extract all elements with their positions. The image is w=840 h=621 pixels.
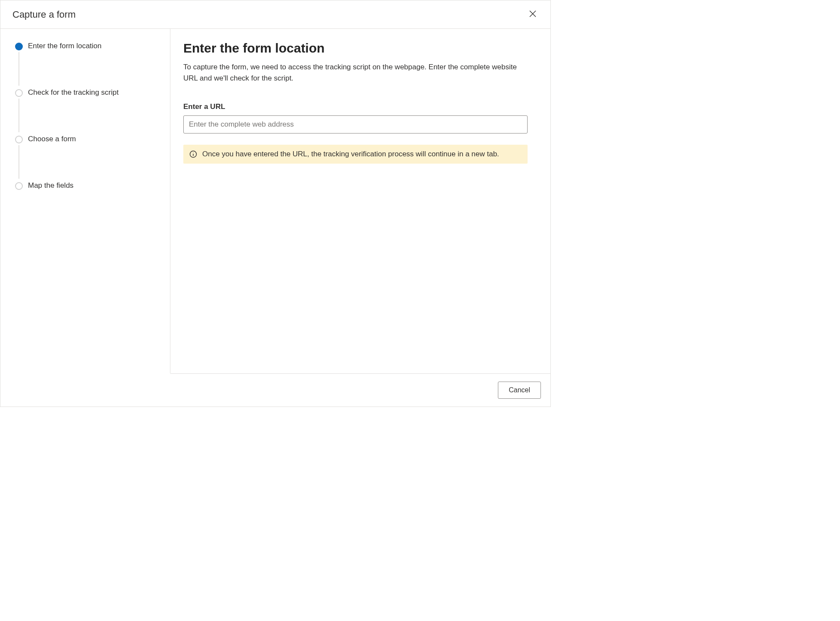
close-button[interactable] [527, 8, 538, 21]
info-banner: Once you have entered the URL, the track… [183, 145, 528, 164]
step-connector [19, 52, 19, 86]
page-title: Enter the form location [183, 41, 537, 56]
dialog-title: Capture a form [12, 9, 76, 20]
step-indicator-icon [15, 136, 23, 143]
main-panel: Enter the form location To capture the f… [170, 29, 550, 373]
step-indicator-icon [15, 89, 23, 97]
step-indicator-icon [15, 43, 23, 50]
steps-list: Enter the form location Check for the tr… [15, 42, 158, 190]
step-choose-form[interactable]: Choose a form [15, 135, 158, 181]
step-indicator-icon [15, 182, 23, 190]
close-icon [529, 10, 537, 19]
info-icon [189, 150, 197, 158]
dialog-header: Capture a form [0, 0, 550, 29]
url-input[interactable] [183, 115, 528, 134]
dialog-body: Enter the form location Check for the tr… [0, 29, 550, 373]
cancel-button[interactable]: Cancel [498, 382, 541, 399]
info-text: Once you have entered the URL, the track… [202, 150, 499, 158]
url-field-label: Enter a URL [183, 102, 537, 111]
step-map-fields[interactable]: Map the fields [15, 181, 158, 190]
step-label: Enter the form location [28, 42, 102, 50]
step-connector [19, 145, 19, 179]
step-connector [19, 99, 19, 132]
step-label: Choose a form [28, 135, 76, 143]
step-label: Map the fields [28, 181, 74, 190]
steps-sidebar: Enter the form location Check for the tr… [0, 29, 170, 373]
step-check-tracking-script[interactable]: Check for the tracking script [15, 88, 158, 135]
dialog-footer: Cancel [170, 373, 550, 407]
step-enter-form-location[interactable]: Enter the form location [15, 42, 158, 88]
page-description: To capture the form, we need to access t… [183, 62, 519, 84]
step-label: Check for the tracking script [28, 88, 119, 97]
